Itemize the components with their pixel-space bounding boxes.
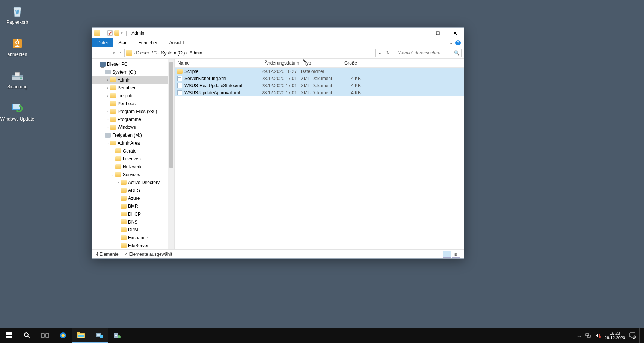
desktop-icon-windows-update[interactable]: Windows Update [3, 100, 32, 122]
tree-item[interactable]: ⌄Freigaben (M:) [92, 131, 168, 139]
tree-item[interactable]: ›Admin [92, 76, 168, 84]
tree-item[interactable]: ›Active Directory [92, 178, 168, 186]
tray-notifications-icon[interactable]: 1 [629, 332, 636, 339]
taskbar-explorer[interactable] [72, 328, 90, 343]
desktop-icon-papierkorb[interactable]: Papierkorb [3, 3, 32, 26]
column-size[interactable]: Größe [341, 59, 365, 67]
folder-icon [110, 85, 116, 91]
view-large-icon[interactable]: ▦ [452, 251, 460, 258]
tree-item[interactable]: ›Benutzer [92, 84, 168, 92]
search-box[interactable]: 🔍 [395, 49, 462, 57]
desktop-icon-abmelden[interactable]: abmelden [3, 35, 32, 58]
tree-expand-icon[interactable]: › [116, 181, 121, 184]
tree-item[interactable]: ›DPM [92, 226, 168, 234]
expand-ribbon-icon[interactable]: ⌄ [449, 41, 452, 45]
addr-dropdown-icon[interactable]: ⌄ [376, 50, 384, 55]
folder-icon [121, 227, 127, 233]
tree-expand-icon[interactable]: ⌄ [106, 141, 110, 145]
titlebar[interactable]: | ▾ | Admin [92, 28, 464, 38]
tree-expand-icon[interactable]: › [111, 149, 115, 153]
file-tab[interactable]: Datei [92, 38, 113, 47]
tree-item[interactable]: ›ADFS [92, 186, 168, 194]
show-desktop-button[interactable] [639, 328, 642, 343]
close-button[interactable] [446, 28, 464, 38]
tree-item[interactable]: ⌄System (C:) [92, 68, 168, 76]
tree-item[interactable]: ›Azure [92, 194, 168, 202]
checkbox-icon[interactable] [107, 30, 113, 36]
tree-item[interactable]: ›FileServer [92, 242, 168, 249]
drive-icon [105, 69, 111, 75]
file-row[interactable]: Scripte29.12.2020 16:27Dateiordner [175, 68, 464, 75]
back-button[interactable]: ← [94, 50, 99, 56]
column-date[interactable]: Änderungsdatum [262, 59, 301, 67]
ribbon-tab-start[interactable]: Start [113, 38, 133, 47]
folder-icon [110, 93, 116, 99]
tree-item[interactable]: ›BMR [92, 202, 168, 210]
folder-icon [121, 211, 127, 217]
tree-expand-icon[interactable]: › [106, 110, 110, 113]
task-view-button[interactable] [36, 328, 54, 343]
taskbar-app-backup[interactable] [90, 328, 108, 343]
tree-item[interactable]: ›Programme [92, 115, 168, 123]
tree-item[interactable]: ›Geräte [92, 147, 168, 155]
tree-expand-icon[interactable]: › [106, 125, 110, 129]
search-icon[interactable]: 🔍 [454, 50, 460, 56]
folder-icon[interactable] [114, 30, 119, 36]
view-details-icon[interactable]: ☰ [443, 251, 451, 258]
taskbar-ie[interactable] [54, 328, 72, 343]
tray-chevron-icon[interactable]: ︿ [577, 333, 581, 338]
file-row[interactable]: WSUS-RealUpdateState.xml28.12.2020 17:01… [175, 82, 464, 89]
file-row[interactable]: ServerSicherung.xml28.12.2020 17:01XML-D… [175, 75, 464, 82]
svg-point-17 [24, 333, 28, 337]
tray-volume-icon[interactable] [595, 332, 601, 338]
scrollbar[interactable] [168, 59, 174, 249]
tree-item[interactable]: ›inetpub [92, 92, 168, 100]
dropdown-icon[interactable]: ▾ [121, 31, 123, 35]
tree-item-label: Services [123, 172, 140, 177]
tree-item-label: Benutzer [118, 85, 136, 91]
column-type[interactable]: Typ [301, 59, 341, 67]
taskbar-app-server[interactable] [108, 328, 126, 343]
up-button[interactable]: ↑ [119, 50, 122, 56]
tree-item[interactable]: ⌄Dieser PC [92, 60, 168, 68]
tree-expand-icon[interactable]: ⌄ [100, 133, 105, 137]
column-name[interactable]: Name▲ [175, 59, 262, 67]
tree-expand-icon[interactable]: ⌄ [100, 70, 105, 74]
tree-expand-icon[interactable]: › [106, 94, 110, 98]
tree-item[interactable]: ›Netzwerk [92, 163, 168, 171]
ribbon-tab-ansicht[interactable]: Ansicht [164, 38, 189, 47]
tree-expand-icon[interactable]: › [106, 78, 110, 82]
ribbon-tab-freigeben[interactable]: Freigeben [133, 38, 164, 47]
tree-item[interactable]: ›DHCP [92, 210, 168, 218]
breadcrumb-item[interactable]: Dieser PC› [135, 49, 160, 57]
tree-expand-icon[interactable]: ⌄ [111, 173, 115, 177]
maximize-button[interactable] [429, 28, 446, 38]
tree-item[interactable]: ›DNS [92, 218, 168, 226]
tray-network-icon[interactable] [585, 332, 591, 338]
desktop-icon-sicherung[interactable]: Sicherung [3, 68, 32, 90]
search-input[interactable] [397, 50, 454, 56]
history-dropdown[interactable]: ▾ [113, 51, 115, 55]
tree-item[interactable]: ›PerfLogs [92, 100, 168, 107]
tree-item[interactable]: ›Exchange [92, 234, 168, 242]
breadcrumb-item[interactable]: System (C:)› [160, 49, 188, 57]
help-icon[interactable]: ? [455, 40, 461, 45]
desktop-icon-label: Windows Update [0, 116, 35, 122]
tree-expand-icon[interactable]: › [106, 86, 110, 90]
address-bar[interactable]: › Dieser PC› System (C:)› Admin› ⌄ ↻ [124, 49, 393, 57]
tree-expand-icon[interactable]: ⌄ [95, 62, 100, 66]
file-row[interactable]: WSUS-UpdateApproval.xml28.12.2020 17:01X… [175, 89, 464, 96]
refresh-icon[interactable]: ↻ [384, 50, 392, 55]
minimize-button[interactable] [412, 28, 429, 38]
tree-item[interactable]: ›Program Files (x86) [92, 107, 168, 115]
tree-item[interactable]: ›Lizenzen [92, 155, 168, 163]
clock[interactable]: 16:28 29.12.2020 [605, 331, 625, 340]
breadcrumb-item[interactable]: Admin› [189, 49, 206, 57]
start-button[interactable] [0, 328, 18, 343]
tree-item[interactable]: ⌄Services [92, 171, 168, 178]
tree-expand-icon[interactable]: › [106, 118, 110, 121]
forward-button[interactable]: → [104, 50, 109, 56]
tree-item[interactable]: ⌄AdminArea [92, 139, 168, 147]
tree-item[interactable]: ›Windows [92, 123, 168, 131]
search-button[interactable] [18, 328, 36, 343]
